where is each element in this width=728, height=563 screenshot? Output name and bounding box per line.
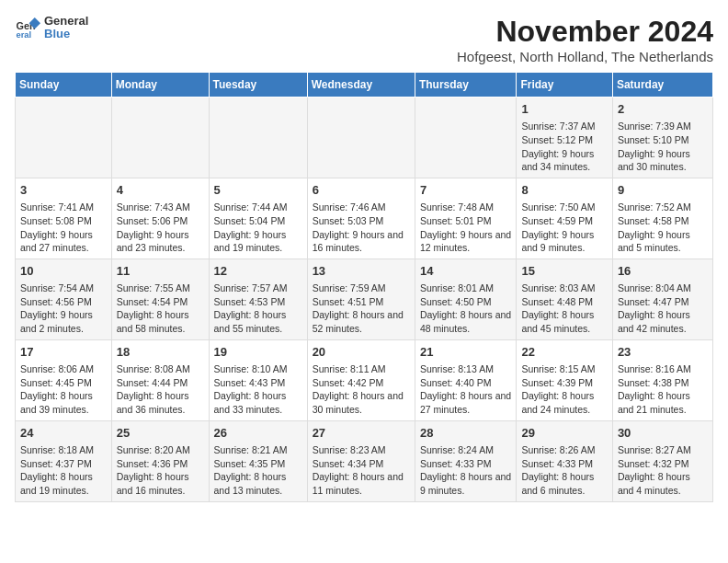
day-info-line: Daylight: 9 hours and 5 minutes. (618, 229, 690, 254)
day-info-line: Sunset: 4:45 PM (20, 377, 92, 388)
day-info-line: Sunset: 4:53 PM (214, 296, 286, 307)
day-number: 13 (313, 263, 410, 280)
day-cell: 24Sunrise: 8:18 AMSunset: 4:37 PMDayligh… (16, 420, 112, 501)
day-info-line: Sunrise: 7:50 AM (521, 201, 595, 213)
day-content: Sunrise: 8:26 AMSunset: 4:33 PMDaylight:… (521, 443, 607, 498)
day-cell: 25Sunrise: 8:20 AMSunset: 4:36 PMDayligh… (111, 420, 209, 501)
day-cell (307, 98, 415, 178)
day-info-line: Sunset: 4:39 PM (521, 377, 593, 388)
day-number: 27 (313, 425, 410, 442)
day-cell: 6Sunrise: 7:46 AMSunset: 5:03 PMDaylight… (307, 178, 415, 259)
day-content: Sunrise: 8:18 AMSunset: 4:37 PMDaylight:… (20, 443, 107, 498)
week-row-2: 3Sunrise: 7:41 AMSunset: 5:08 PMDaylight… (16, 178, 713, 259)
day-info-line: Sunset: 5:03 PM (313, 215, 384, 226)
day-cell: 9Sunrise: 7:52 AMSunset: 4:58 PMDaylight… (612, 178, 712, 259)
day-info-line: Sunset: 4:58 PM (618, 215, 689, 226)
day-number: 24 (20, 425, 107, 442)
day-info-line: Daylight: 8 hours and 36 minutes. (117, 390, 189, 415)
day-content: Sunrise: 8:04 AMSunset: 4:47 PMDaylight:… (618, 282, 708, 336)
header-cell-monday: Monday (111, 73, 209, 98)
week-row-1: 1Sunrise: 7:37 AMSunset: 5:12 PMDaylight… (16, 98, 713, 178)
day-info-line: Sunrise: 7:44 AM (214, 201, 288, 213)
day-cell: 19Sunrise: 8:10 AMSunset: 4:43 PMDayligh… (209, 339, 307, 420)
day-info-line: Sunrise: 7:39 AM (618, 121, 691, 132)
header-cell-sunday: Sunday (16, 73, 112, 98)
day-info-line: Sunset: 5:12 PM (521, 134, 593, 145)
day-cell: 14Sunrise: 8:01 AMSunset: 4:50 PMDayligh… (415, 259, 517, 339)
day-info-line: Daylight: 9 hours and 2 minutes. (20, 309, 93, 334)
day-number: 25 (117, 425, 204, 442)
day-cell (415, 98, 517, 178)
day-info-line: Daylight: 8 hours and 21 minutes. (618, 390, 690, 415)
day-content: Sunrise: 7:55 AMSunset: 4:54 PMDaylight:… (117, 282, 204, 336)
calendar-table: SundayMondayTuesdayWednesdayThursdayFrid… (15, 72, 713, 502)
day-number: 4 (117, 182, 204, 199)
day-info-line: Sunrise: 7:48 AM (420, 201, 494, 213)
day-number: 17 (20, 344, 107, 361)
day-info-line: Sunrise: 7:57 AM (214, 282, 288, 293)
week-row-4: 17Sunrise: 8:06 AMSunset: 4:45 PMDayligh… (16, 339, 713, 420)
header-cell-friday: Friday (517, 73, 612, 98)
day-number: 14 (420, 263, 512, 280)
calendar-body: 1Sunrise: 7:37 AMSunset: 5:12 PMDaylight… (16, 98, 713, 502)
day-content: Sunrise: 8:13 AMSunset: 4:40 PMDaylight:… (420, 362, 512, 417)
day-info-line: Sunrise: 8:01 AM (420, 282, 494, 293)
day-info-line: Daylight: 8 hours and 42 minutes. (618, 309, 690, 334)
day-cell: 20Sunrise: 8:11 AMSunset: 4:42 PMDayligh… (307, 339, 415, 420)
day-content: Sunrise: 8:24 AMSunset: 4:33 PMDaylight:… (420, 443, 512, 498)
day-info-line: Sunset: 4:43 PM (214, 377, 286, 388)
day-info-line: Daylight: 8 hours and 52 minutes. (313, 309, 404, 334)
day-cell: 3Sunrise: 7:41 AMSunset: 5:08 PMDaylight… (16, 178, 112, 259)
day-info-line: Daylight: 8 hours and 6 minutes. (521, 471, 594, 496)
day-info-line: Sunrise: 8:16 AM (618, 363, 691, 374)
day-info-line: Sunrise: 8:21 AM (214, 444, 288, 455)
day-info-line: Daylight: 8 hours and 48 minutes. (420, 309, 511, 334)
day-content: Sunrise: 7:46 AMSunset: 5:03 PMDaylight:… (313, 201, 410, 255)
day-cell: 4Sunrise: 7:43 AMSunset: 5:06 PMDaylight… (111, 178, 209, 259)
day-info-line: Daylight: 8 hours and 30 minutes. (313, 390, 404, 415)
day-cell: 22Sunrise: 8:15 AMSunset: 4:39 PMDayligh… (517, 339, 612, 420)
day-info-line: Sunrise: 8:04 AM (618, 282, 691, 293)
day-cell: 2Sunrise: 7:39 AMSunset: 5:10 PMDaylight… (612, 98, 712, 178)
day-info-line: Sunrise: 8:20 AM (117, 444, 190, 455)
day-info-line: Sunrise: 8:26 AM (521, 444, 595, 455)
day-cell: 17Sunrise: 8:06 AMSunset: 4:45 PMDayligh… (16, 339, 112, 420)
day-content: Sunrise: 7:37 AMSunset: 5:12 PMDaylight:… (521, 120, 607, 174)
day-info-line: Sunrise: 8:24 AM (420, 444, 494, 455)
day-number: 16 (618, 263, 708, 280)
day-content: Sunrise: 8:15 AMSunset: 4:39 PMDaylight:… (521, 362, 607, 417)
day-content: Sunrise: 7:39 AMSunset: 5:10 PMDaylight:… (618, 120, 708, 174)
day-info-line: Daylight: 8 hours and 55 minutes. (214, 309, 287, 334)
day-cell: 11Sunrise: 7:55 AMSunset: 4:54 PMDayligh… (111, 259, 209, 339)
logo-line1: General (44, 15, 88, 28)
day-content: Sunrise: 7:48 AMSunset: 5:01 PMDaylight:… (420, 201, 512, 255)
day-cell (16, 98, 112, 178)
day-cell: 27Sunrise: 8:23 AMSunset: 4:34 PMDayligh… (307, 420, 415, 501)
day-info-line: Sunset: 4:42 PM (313, 377, 384, 388)
day-info-line: Sunrise: 8:13 AM (420, 363, 494, 374)
day-info-line: Sunrise: 7:55 AM (117, 282, 190, 293)
day-number: 26 (214, 425, 302, 442)
header: Gen eral General Blue November 2024 Hofg… (15, 15, 713, 64)
day-info-line: Sunset: 4:37 PM (20, 458, 92, 469)
day-content: Sunrise: 7:57 AMSunset: 4:53 PMDaylight:… (214, 282, 302, 336)
day-number: 2 (618, 101, 708, 118)
header-cell-wednesday: Wednesday (307, 73, 415, 98)
logo-icon: Gen eral (15, 15, 40, 40)
day-info-line: Daylight: 9 hours and 19 minutes. (214, 229, 287, 254)
day-cell: 8Sunrise: 7:50 AMSunset: 4:59 PMDaylight… (517, 178, 612, 259)
day-info-line: Sunset: 5:01 PM (420, 215, 492, 226)
day-number: 23 (618, 344, 708, 361)
day-cell (111, 98, 209, 178)
day-info-line: Sunset: 4:59 PM (521, 215, 593, 226)
day-info-line: Sunset: 5:10 PM (618, 134, 689, 145)
day-info-line: Daylight: 8 hours and 58 minutes. (117, 309, 189, 334)
day-number: 7 (420, 182, 512, 199)
day-content: Sunrise: 8:01 AMSunset: 4:50 PMDaylight:… (420, 282, 512, 336)
day-content: Sunrise: 8:11 AMSunset: 4:42 PMDaylight:… (313, 362, 410, 417)
day-cell (209, 98, 307, 178)
day-number: 3 (20, 182, 107, 199)
day-info-line: Daylight: 8 hours and 33 minutes. (214, 390, 287, 415)
day-info-line: Sunset: 4:36 PM (117, 458, 188, 469)
day-content: Sunrise: 8:20 AMSunset: 4:36 PMDaylight:… (117, 443, 204, 498)
